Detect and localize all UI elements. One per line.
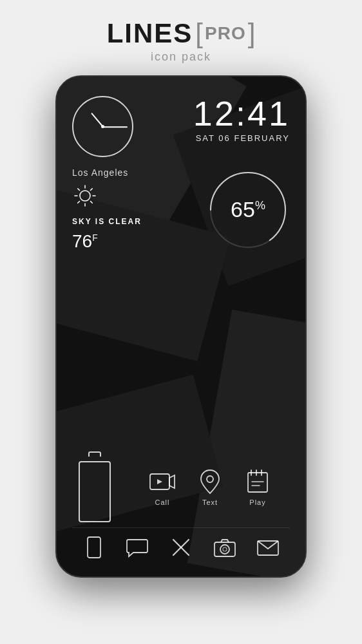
bracket-close: ]: [248, 18, 256, 49]
text-label: Text: [202, 498, 218, 506]
quick-row: Call Text: [72, 451, 290, 522]
weather-row: Los Angeles SKY IS CLEAR: [72, 167, 290, 252]
notepad-icon: [243, 468, 272, 496]
app-header: LINES [ PRO ] icon pack: [0, 0, 362, 75]
city-name: Los Angeles: [72, 167, 142, 178]
time-display: 12:41: [193, 96, 290, 131]
dock-chat-icon[interactable]: [124, 535, 150, 560]
analog-clock: [72, 96, 133, 157]
battery-tip: [88, 451, 101, 457]
dock-camera-icon[interactable]: [212, 535, 238, 560]
battery-icon: [72, 451, 117, 522]
svg-line-7: [90, 189, 92, 191]
dock-mail-icon[interactable]: [255, 535, 281, 560]
temperature: 76F: [72, 231, 142, 252]
digital-time: 12:41 SAT 06 FEBRUARY: [193, 96, 290, 143]
icons-area: Call Text: [72, 451, 290, 564]
call-label: Call: [155, 498, 170, 506]
phone-mockup: 12:41 SAT 06 FEBRUARY Los Angeles: [55, 75, 307, 578]
dock-row: [72, 527, 290, 564]
quick-icon-play[interactable]: Play: [243, 468, 272, 506]
video-icon: [148, 468, 176, 496]
app-title-container: LINES [ PRO ]: [107, 18, 256, 49]
quick-icon-row: Call Text: [148, 468, 272, 506]
quick-icons-container: Call Text: [130, 468, 290, 506]
clock-center: [101, 125, 104, 128]
minute-hand: [103, 126, 128, 128]
svg-point-0: [80, 191, 90, 201]
date-display: SAT 06 FEBRUARY: [193, 133, 290, 143]
svg-marker-13: [157, 479, 162, 484]
svg-point-26: [223, 547, 227, 551]
bracket-open: [: [195, 18, 203, 49]
dock-phone-icon[interactable]: [81, 535, 107, 560]
location-icon: [196, 468, 224, 496]
svg-rect-21: [88, 537, 100, 558]
svg-line-5: [78, 189, 80, 191]
top-row: 12:41 SAT 06 FEBRUARY: [72, 96, 290, 157]
weather-info: Los Angeles SKY IS CLEAR: [72, 167, 142, 252]
battery-body: [79, 461, 111, 522]
title-pro: PRO: [203, 23, 248, 44]
sky-status: SKY IS CLEAR: [72, 217, 142, 226]
quick-icon-text[interactable]: Text: [196, 468, 224, 506]
svg-point-14: [207, 476, 213, 482]
dock-close-icon[interactable]: [168, 535, 194, 560]
svg-line-8: [78, 201, 80, 203]
title-lines: LINES: [107, 18, 193, 49]
svg-marker-12: [169, 475, 175, 488]
gauge-percentage: 65%: [231, 197, 265, 222]
svg-line-6: [90, 201, 92, 203]
svg-point-25: [220, 545, 229, 554]
title-pro-section: [ PRO ]: [195, 18, 255, 49]
play-label: Play: [249, 498, 265, 506]
battery-gauge: 65%: [206, 168, 290, 252]
app-subtitle: icon pack: [151, 50, 211, 64]
phone-content: 12:41 SAT 06 FEBRUARY Los Angeles: [57, 77, 305, 576]
sun-icon: [72, 183, 142, 212]
quick-icon-call[interactable]: Call: [148, 468, 176, 506]
